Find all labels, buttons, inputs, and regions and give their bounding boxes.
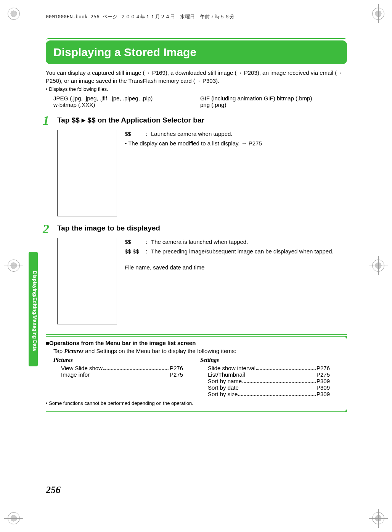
crop-mark-icon (8, 260, 20, 272)
desc-value: The preceding image/subsequent image can… (151, 247, 334, 256)
file-types: JPEG (.jpg, .jpeg, .jfif, .jpe, .pipeg, … (53, 95, 347, 108)
page-title: Displaying a Stored Image (46, 40, 347, 64)
section-tab: Displaying/Editing/Managing Data (29, 252, 38, 366)
desc-key: $$ (125, 238, 146, 247)
step-2: 2 Tap the image to be displayed $$ : The… (46, 224, 347, 324)
step-title: Tap the image to be displayed (57, 224, 347, 232)
colon: : (146, 130, 151, 139)
desc-key: $$ (125, 130, 146, 139)
desc-note: • The display can be modified to a list … (125, 139, 262, 148)
colon: : (146, 247, 151, 256)
crop-mark-icon (372, 512, 384, 524)
ops-item: Sort by sizeP309 (208, 391, 330, 397)
file-type-line: png (.png) (200, 102, 347, 108)
ops-item: Image inforP275 (61, 371, 183, 378)
file-type-line: w-bitmap (.XXX) (53, 102, 200, 108)
colon: : (146, 238, 151, 247)
step-number: 1 (43, 113, 49, 128)
crop-mark-icon (372, 8, 384, 20)
header-info: 00M1000EN.book 256 ページ ２００４年１１月２４日 水曜日 午… (46, 13, 235, 20)
step-number: 2 (43, 222, 49, 236)
operations-intro: Tap Pictures and Settings on the Menu ba… (53, 348, 347, 355)
file-type-line: GIF (including animation GIF) bitmap (.b… (200, 95, 347, 102)
desc-note: File name, saved date and time (125, 263, 334, 272)
desc-value: The camera is launched when tapped. (151, 238, 248, 247)
crop-mark-icon (372, 260, 384, 272)
screenshot-placeholder (57, 238, 117, 324)
intro-text: You can display a captured still image (… (46, 69, 347, 85)
section-divider (46, 411, 347, 412)
operations-section: ■Operations from the Menu bar in the ima… (46, 336, 347, 412)
bullet-text: • Displays the following files. (46, 86, 347, 92)
step-1: 1 Tap $$ ▸ $$ on the Application Selecto… (46, 116, 347, 216)
operations-note: • Some functions cannot be performed dep… (46, 400, 347, 406)
crop-mark-icon (8, 8, 20, 20)
ops-column-head: Pictures (53, 357, 200, 363)
screenshot-placeholder (57, 130, 117, 216)
ops-item: Slide show intervalP276 (208, 365, 330, 371)
ops-item: List/ThumbnailP275 (208, 371, 330, 378)
operations-title: ■Operations from the Menu bar in the ima… (46, 340, 347, 346)
crop-mark-icon (8, 512, 20, 524)
ops-item: Sort by dateP309 (208, 384, 330, 391)
ops-item: Sort by nameP309 (208, 378, 330, 384)
desc-key: $$ $$ (125, 247, 146, 256)
ops-item: View Slide showP276 (61, 365, 183, 371)
page-number: 256 (46, 484, 61, 496)
ops-column-head: Settings (200, 357, 347, 363)
file-type-line: JPEG (.jpg, .jpeg, .jfif, .jpe, .pipeg, … (53, 95, 200, 102)
desc-value: Launches camera when tapped. (151, 130, 232, 139)
step-title: Tap $$ ▸ $$ on the Application Selector … (57, 116, 347, 124)
